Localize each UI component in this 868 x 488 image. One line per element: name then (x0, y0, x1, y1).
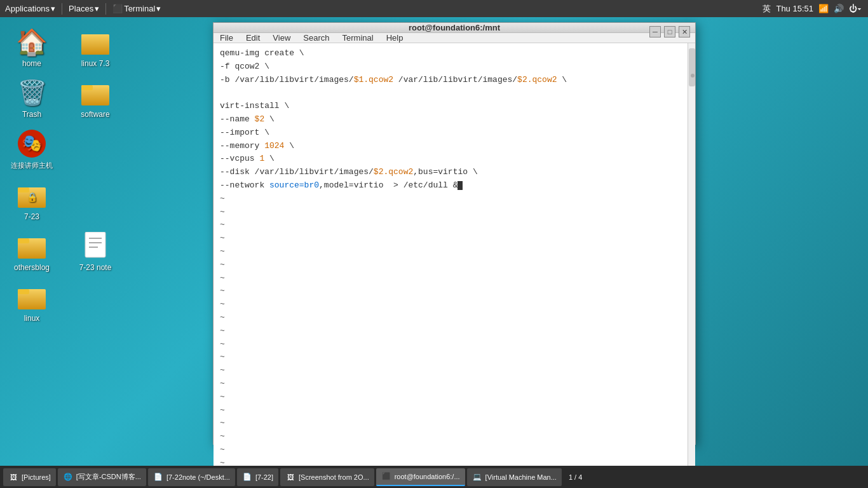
linux73-label: linux 7.3 (81, 59, 110, 68)
terminal-menu-btn[interactable]: ⬛ Terminal ▾ (107, 4, 166, 13)
apps-chevron-icon: ▾ (51, 4, 55, 13)
terminal-tilde: ~ (220, 245, 689, 259)
power-icon[interactable]: ⏻▾ (849, 4, 862, 13)
pictures-icon: 🖼 (8, 472, 18, 482)
applications-menu[interactable]: Applications ▾ (0, 4, 60, 13)
maximize-button[interactable]: □ (664, 26, 675, 37)
terminal-line: virt-install \ (220, 100, 689, 113)
home-label: home (22, 59, 41, 68)
terminal-tilde: ~ (220, 364, 689, 377)
software-icon-img (80, 78, 111, 108)
terminal-tilde: ~ (220, 206, 689, 219)
terminal-line: -b /var/lib/libvirt/images/$1.qcow2 /var… (220, 74, 689, 87)
image-icon: 🖼 (285, 472, 295, 482)
menu-help[interactable]: Help (380, 33, 410, 43)
terminal-line: --import \ (220, 126, 689, 140)
terminal-line: --disk /var/lib/libvirt/images/$2.qcow2,… (220, 166, 689, 179)
taskbar-item-label: [Screenshot from 2O... (299, 473, 369, 481)
icon-home[interactable]: 🏠 home (3, 24, 60, 71)
svg-rect-2 (81, 34, 109, 55)
icon-othersblog[interactable]: othersblog (3, 227, 60, 275)
icon-software[interactable]: software (67, 74, 124, 122)
terminal-line: -f qcow2 \ (220, 60, 689, 74)
note723-icon-img (80, 231, 111, 261)
taskbar-vm[interactable]: 💻 [Virtual Machine Man... (467, 468, 562, 486)
teacher-icon-img: 🎭 (17, 128, 47, 159)
terminal-menubar: File Edit View Search Terminal Help (214, 33, 695, 43)
places-label: Places (69, 4, 93, 13)
icon-trash[interactable]: 🗑️ Trash (3, 74, 60, 122)
menu-file[interactable]: File (214, 33, 240, 43)
terminal-tilde: ~ (220, 298, 689, 311)
linux-label: linux (24, 314, 40, 323)
svg-rect-17 (18, 289, 29, 294)
taskbar-722note[interactable]: 📄 [7-22note (~/Deskt... (148, 468, 235, 486)
taskbar-screenshot[interactable]: 🖼 [Screenshot from 2O... (280, 468, 374, 486)
top-taskbar: Applications ▾ Places ▾ ⬛ Terminal ▾ 英 T… (0, 0, 868, 17)
icon-row-3: 🎭 连接讲师主机 (3, 125, 137, 173)
software-label: software (81, 110, 109, 119)
icon-note723[interactable]: 7-23 note (67, 227, 124, 275)
volume-icon: 🔊 (834, 4, 844, 13)
terminal-label: Terminal (124, 4, 155, 13)
icon-row-2: 🗑️ Trash software (3, 74, 137, 122)
trash-icon-img: 🗑️ (17, 78, 47, 108)
scroll-dot (691, 74, 695, 78)
icon-row-6: linux (3, 278, 137, 326)
file-icon: 📄 (153, 472, 163, 482)
taskbar-item-label: [Virtual Machine Man... (485, 473, 557, 481)
vm-icon: 💻 (472, 472, 482, 482)
browser-icon: 🌐 (63, 472, 73, 482)
taskbar-terminal[interactable]: ⬛ root@foundation6:/... (376, 468, 465, 486)
places-chevron-icon: ▾ (95, 4, 99, 13)
terminal-chevron-icon: ▾ (156, 4, 161, 13)
terminal-tilde: ~ (220, 325, 689, 338)
taskbar-item-label: root@foundation6:/... (395, 473, 460, 480)
menu-view[interactable]: View (266, 33, 297, 43)
scroll-thumb[interactable] (689, 48, 695, 86)
trash-label: Trash (22, 110, 41, 119)
icon-linux73[interactable]: linux 7.3 (67, 24, 124, 71)
taskbar-pictures[interactable]: 🖼 [Pictures] (3, 468, 56, 486)
taskbar-722[interactable]: 📄 [7-22] (237, 468, 278, 486)
svg-rect-4 (81, 85, 93, 90)
othersblog-icon-img (17, 231, 47, 261)
terminal-tilde: ~ (220, 285, 689, 298)
menu-terminal[interactable]: Terminal (336, 33, 380, 43)
taskbar-csdn[interactable]: 🌐 [写文章-CSDN博客... (58, 468, 146, 486)
terminal-line (220, 86, 689, 100)
minimize-button[interactable]: ─ (649, 26, 661, 37)
terminal-content[interactable]: qemu-img create \ -f qcow2 \ -b /var/lib… (214, 43, 695, 488)
folder723-icon-img: 🔒 (17, 180, 47, 210)
terminal-tilde: ~ (220, 351, 689, 364)
taskbar-item-label: [7-22] (255, 473, 273, 481)
terminal-tilde: ~ (220, 338, 689, 351)
close-button[interactable]: ✕ (679, 26, 690, 37)
menu-edit[interactable]: Edit (240, 33, 266, 43)
icon-teacher[interactable]: 🎭 连接讲师主机 (3, 125, 60, 173)
svg-text:🔒: 🔒 (27, 192, 38, 203)
scrollbar[interactable] (688, 43, 695, 488)
svg-text:🎭: 🎭 (22, 133, 43, 153)
icon-723[interactable]: 🔒 7-23 (3, 177, 60, 224)
terminal-line: --memory 1024 \ (220, 140, 689, 153)
terminal-tilde: ~ (220, 417, 689, 430)
terminal-window: root@foundation6:/mnt ─ □ ✕ File Edit Vi… (213, 22, 696, 445)
menu-search[interactable]: Search (297, 33, 336, 43)
menu-separator (62, 3, 62, 15)
wifi-icon: 📶 (818, 4, 829, 13)
taskbar-item-label: [7-22note (~/Deskt... (166, 473, 230, 481)
terminal-tilde: ~ (220, 391, 689, 404)
icon-row-1: 🏠 home linux 7.3 (3, 24, 137, 71)
desktop: 🏠 home linux 7.3 🗑️ Trash (0, 17, 140, 466)
cursor (458, 181, 463, 190)
terminal-tilde: ~ (220, 259, 689, 272)
terminal-line: qemu-img create \ (220, 47, 689, 60)
icon-linux[interactable]: linux (3, 278, 60, 326)
linux73-icon-img (80, 27, 111, 57)
language-indicator[interactable]: 英 (763, 3, 771, 15)
linux-icon-img (17, 281, 47, 312)
places-menu[interactable]: Places ▾ (64, 4, 104, 13)
terminal-tilde: ~ (220, 430, 689, 444)
svg-rect-12 (85, 232, 105, 257)
